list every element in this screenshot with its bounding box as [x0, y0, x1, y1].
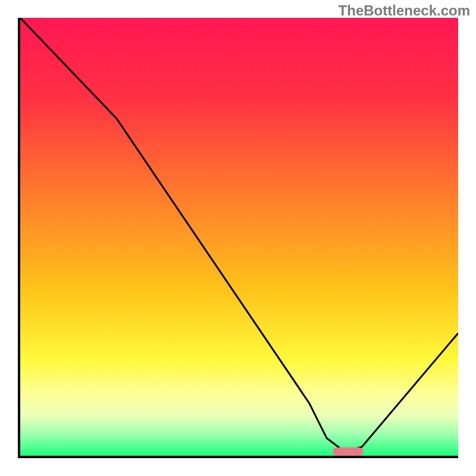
- optimal-range-marker: [333, 447, 364, 456]
- chart-container: TheBottleneck.com: [0, 0, 476, 476]
- plot-area: [18, 18, 458, 458]
- bottleneck-curve: [20, 18, 458, 456]
- watermark-text: TheBottleneck.com: [339, 2, 470, 19]
